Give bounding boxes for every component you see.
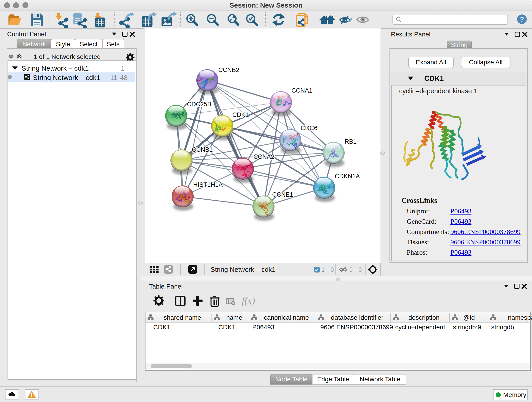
- svg-text:CCNB2: CCNB2: [218, 66, 239, 73]
- svg-text:CCNA2: CCNA2: [253, 153, 274, 160]
- svg-text:CCNB1: CCNB1: [192, 146, 213, 153]
- svg-text:CCNA1: CCNA1: [291, 87, 312, 94]
- svg-text:CCNE1: CCNE1: [272, 191, 293, 198]
- svg-text:CDK1: CDK1: [232, 111, 249, 118]
- svg-text:HIST1H1A: HIST1H1A: [193, 181, 223, 188]
- svg-text:CDC25B: CDC25B: [187, 101, 211, 108]
- svg-text:RB1: RB1: [345, 138, 357, 145]
- svg-text:CDC6: CDC6: [301, 125, 317, 132]
- svg-text:CDKN1A: CDKN1A: [335, 173, 360, 180]
- svg-text:f(x): f(x): [242, 295, 255, 306]
